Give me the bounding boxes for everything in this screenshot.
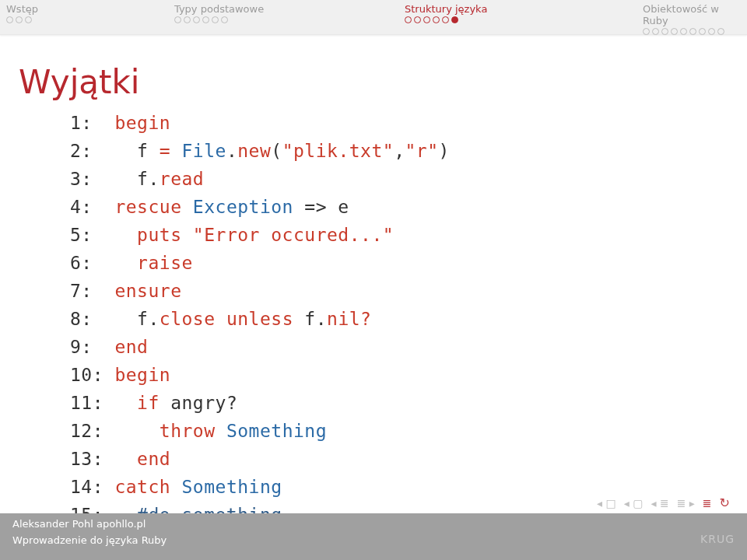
section-label: Obiektowość w Ruby bbox=[643, 3, 733, 26]
nav-current-icon: ≣ bbox=[703, 497, 712, 509]
section-label: Struktury języka bbox=[405, 3, 630, 15]
beamer-nav-controls[interactable]: ◂ □ ◂ ▢ ◂ ≣ ≣ ▸ ≣ ↻ bbox=[597, 495, 730, 510]
section-label: Typy podstawowe bbox=[174, 3, 392, 15]
progress-dots bbox=[6, 16, 162, 23]
progress-dots bbox=[405, 16, 630, 23]
section-label: Wstęp bbox=[6, 3, 162, 15]
footer-talk-title: Wprowadzenie do języka Ruby bbox=[12, 534, 167, 546]
section-tab-4[interactable]: Obiektowość w Ruby bbox=[637, 0, 747, 34]
slide-header: Wstęp Typy podstawowe Struktury języka O… bbox=[0, 0, 747, 35]
footer-group: KRUG bbox=[700, 533, 735, 545]
progress-dots bbox=[643, 28, 733, 35]
code-block: 1: begin 2: f = File.new("plik.txt","r")… bbox=[70, 109, 747, 557]
footer-left: Aleksander Pohl apohllo.pl Wprowadzenie … bbox=[12, 518, 167, 546]
slide-footer: Aleksander Pohl apohllo.pl Wprowadzenie … bbox=[0, 513, 747, 560]
nav-next-slide-icon[interactable]: ≣ ▸ bbox=[677, 497, 695, 509]
nav-prev-slide-icon[interactable]: ◂ ≣ bbox=[651, 497, 668, 509]
nav-loop-icon[interactable]: ↻ bbox=[720, 495, 730, 510]
section-tab-1[interactable]: Wstęp bbox=[0, 0, 168, 34]
section-tab-2[interactable]: Typy podstawowe bbox=[168, 0, 398, 34]
footer-author: Aleksander Pohl apohllo.pl bbox=[12, 518, 167, 530]
progress-dots bbox=[174, 16, 392, 23]
nav-prev-subsection-icon[interactable]: ◂ ▢ bbox=[624, 497, 644, 509]
nav-prev-section-icon[interactable]: ◂ □ bbox=[597, 497, 616, 509]
slide-title: Wyjątki bbox=[0, 35, 747, 109]
section-tab-3[interactable]: Struktury języka bbox=[398, 0, 637, 34]
